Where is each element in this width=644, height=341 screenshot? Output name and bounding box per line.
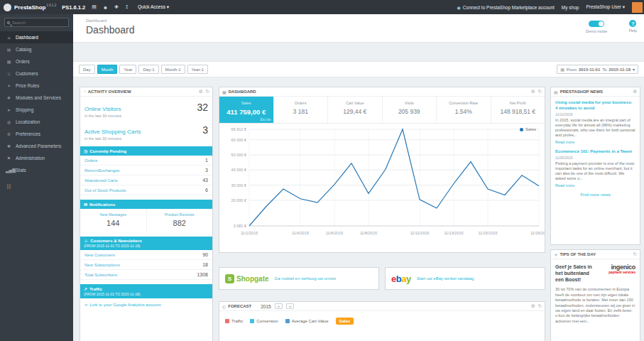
sidebar-item-shipping[interactable]: ➤Shipping	[0, 104, 73, 116]
range-month-1-button[interactable]: Month-1	[161, 65, 185, 74]
forecast-legend-conversion[interactable]: Conversion	[250, 319, 278, 323]
pending-orders-row[interactable]: Orders1	[80, 156, 212, 166]
activity-panel-title: ACTIVITY OVERVIEW	[88, 90, 131, 94]
breadcrumb[interactable]: Dashboard	[86, 18, 107, 23]
range-day-button[interactable]: Day	[79, 65, 95, 74]
news-article-title[interactable]: Using social media for your business: 4 …	[555, 100, 635, 111]
sidebar-item-localization[interactable]: ◍Localization	[0, 116, 73, 128]
ebay-link[interactable]: Start uw eBay-winkel vandaag	[417, 276, 474, 281]
forecast-year[interactable]: 2015	[261, 304, 271, 309]
sidebar-item-preferences[interactable]: ⚙Preferences	[0, 128, 73, 140]
dashboard-refresh-icon[interactable]: ↻	[538, 89, 542, 94]
sidebar-item-modules[interactable]: ❖Modules and Services	[0, 92, 73, 104]
read-more-link[interactable]: Read more	[555, 140, 635, 144]
out-of-stock-row[interactable]: Out of Stock Products6	[80, 185, 212, 195]
news-config-icon[interactable]: ⚙	[633, 89, 637, 94]
forecast-prev-button[interactable]: «	[275, 303, 283, 309]
search-input[interactable]	[12, 21, 63, 25]
kpi-sales[interactable]: Sales411 759,00 €Exc tax	[219, 97, 274, 123]
date-range-picker[interactable]: ▦ From 2015-11-01 To 2015-11-18 ▾	[557, 65, 638, 74]
range-day-1-button[interactable]: Day-1	[138, 65, 158, 74]
news-article-title[interactable]: Ecommerce 101: Payments in a Tweet	[555, 149, 635, 155]
search-icon	[7, 21, 10, 24]
news-icon: ▤	[554, 90, 558, 94]
quick-access-menu[interactable]: Quick Access ▾	[138, 4, 169, 10]
forecast-next-button[interactable]: »	[286, 303, 294, 309]
svg-text:3 082 €: 3 082 €	[234, 224, 246, 228]
demo-mode-toggle[interactable]	[589, 21, 604, 27]
pending-returns-row[interactable]: Return/Exchanges3	[80, 166, 212, 175]
help-icon[interactable]: ?	[629, 20, 636, 27]
range-year-1-button[interactable]: Year-1	[187, 65, 208, 74]
my-shop-link[interactable]: My shop	[562, 5, 579, 10]
abandoned-carts-row[interactable]: Abandoned Carts43	[80, 175, 212, 185]
svg-text:66 912 €: 66 912 €	[231, 127, 246, 131]
cart-icon[interactable]: ▤	[92, 4, 97, 10]
total-subscribers-row[interactable]: Total Subscribers1308	[80, 270, 212, 280]
date-from-value: 2015-11-01	[579, 67, 600, 72]
user-menu[interactable]: PrestaShop User ▾	[586, 4, 625, 10]
shop-name-link[interactable]: PS1.6.1.2	[62, 4, 85, 11]
google-analytics-link[interactable]: ∞Link to your Google Analytics account	[80, 298, 212, 311]
sidebar-search[interactable]	[4, 18, 69, 27]
dashboard-panel-header: ▦ DASHBOARD ⚙↻	[219, 87, 545, 97]
forecast-config-icon[interactable]: ⚙	[531, 303, 535, 309]
shopgate-promo: S Shopgate Ga mobiel en verhoog uw omzet	[219, 267, 379, 290]
customer-icon[interactable]: ☻	[103, 5, 108, 10]
dashboard-config-icon[interactable]: ⚙	[531, 89, 535, 94]
link-icon: ∞	[84, 303, 87, 307]
kpi-visits[interactable]: Visits205 939	[383, 97, 437, 123]
svg-text:60 000 €: 60 000 €	[231, 138, 246, 142]
kpi-orders[interactable]: Orders3 181	[274, 97, 329, 123]
forecast-refresh-icon[interactable]: ↻	[538, 303, 542, 309]
sidebar-item-catalog[interactable]: ▤Catalog	[0, 43, 73, 55]
date-to-label: To	[602, 67, 606, 72]
upgrade-icon[interactable]: ↥	[125, 4, 129, 10]
sidebar-item-price-rules[interactable]: ✦Price Rules	[0, 80, 73, 92]
marketplace-link[interactable]: ◉Connect to PrestaShop Marketplace accou…	[457, 5, 555, 10]
kpi-conversion-rate[interactable]: Conversion Rate1.54%	[437, 97, 491, 123]
activity-config-icon[interactable]: ⚙	[199, 89, 203, 94]
news-article-date: 11/05/2015	[555, 156, 635, 160]
ebay-letter: e	[391, 274, 396, 284]
sidebar-collapse-button[interactable]: ||	[7, 183, 73, 188]
chart-legend[interactable]: Sales	[520, 127, 536, 131]
clock-icon: ◷	[84, 148, 87, 153]
new-subscriptions-row[interactable]: New Subscriptions18	[80, 260, 212, 270]
sidebar-item-orders[interactable]: ▦Orders	[0, 55, 73, 67]
active-carts-link[interactable]: Active Shopping Carts	[84, 129, 141, 135]
find-more-news-link[interactable]: Find more news	[555, 193, 635, 197]
sidebar-item-stats[interactable]: ▃▅▇Stats	[0, 164, 73, 176]
shopgate-link[interactable]: Ga mobiel en verhoog uw omzet	[275, 276, 336, 281]
catalog-icon: ▤	[6, 47, 12, 52]
sidebar-item-advanced-parameters[interactable]: ✱Advanced Parameters	[0, 140, 73, 152]
page-title: Dashboard	[86, 24, 135, 36]
user-avatar[interactable]	[632, 2, 643, 13]
currently-pending-header: ◷Currently Pending	[80, 146, 212, 156]
brand: PrestaShop1.6.1.2	[14, 4, 56, 11]
forecast-legend-sales[interactable]: Sales	[336, 318, 354, 325]
product-reviews-stat[interactable]: Product Reviews882	[146, 209, 213, 232]
stats-icon: ▃▅▇	[6, 168, 12, 173]
sidebar-item-dashboard[interactable]: ⌂Dashboard	[0, 31, 73, 43]
tips-refresh-icon[interactable]: ↻	[633, 251, 637, 257]
sidebar-item-label: Preferences	[16, 131, 40, 136]
kpi-net-profit[interactable]: Net Profit148 918,51 €	[491, 97, 545, 123]
range-month-button[interactable]: Month	[97, 65, 118, 74]
sidebar-item-customers[interactable]: ☺Customers	[0, 67, 73, 80]
demo-mode-control: Demo mode	[586, 21, 607, 33]
sidebar-item-administration[interactable]: ⚑Administration	[0, 152, 73, 164]
new-customers-row[interactable]: New Customers90	[80, 250, 212, 260]
range-year-button[interactable]: Year	[119, 65, 136, 74]
read-more-link[interactable]: Read more	[555, 183, 635, 188]
forecast-legend-average-cart-value[interactable]: Average Cart Value	[285, 319, 329, 323]
new-messages-stat[interactable]: New Messages144	[80, 209, 146, 232]
svg-text:11/18/201: 11/18/201	[530, 231, 545, 235]
kpi-cart-value[interactable]: Cart Value129,44 €	[328, 97, 383, 123]
forecast-legend-traffic[interactable]: Traffic	[225, 319, 243, 323]
online-visitors-link[interactable]: Online Visitors	[84, 106, 121, 112]
sales-series-dot	[520, 128, 523, 131]
svg-text:40 000 €: 40 000 €	[231, 168, 246, 172]
activity-refresh-icon[interactable]: ↻	[206, 89, 209, 94]
add-product-icon[interactable]: ✚	[114, 4, 119, 10]
